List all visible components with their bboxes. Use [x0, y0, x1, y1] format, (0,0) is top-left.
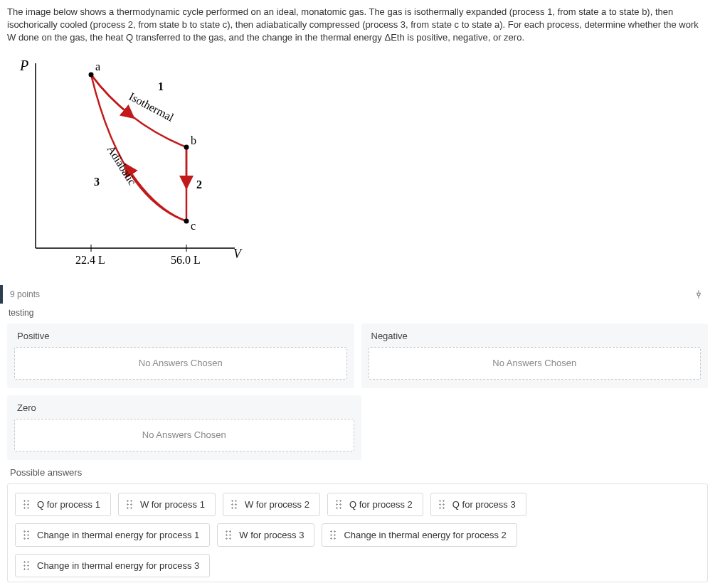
question-text: The image below shows a thermodynamic cy…	[7, 6, 708, 45]
chip-dE-process-2[interactable]: Change in thermal energy for process 2	[322, 523, 517, 547]
grip-icon	[329, 530, 337, 540]
chip-dE-process-1[interactable]: Change in thermal energy for process 1	[15, 523, 210, 547]
chip-q-process-2[interactable]: Q for process 2	[327, 493, 423, 516]
points-badge: 9 points	[0, 285, 47, 304]
chip-w-process-2[interactable]: W for process 2	[223, 493, 320, 516]
dropzone-zero[interactable]: No Answers Chosen	[14, 419, 354, 451]
svg-point-7	[184, 144, 189, 149]
svg-point-8	[184, 218, 189, 223]
x-tick-2: 56.0 L	[171, 254, 201, 266]
grip-icon	[438, 499, 445, 509]
placeholder-zero: No Answers Chosen	[142, 429, 226, 440]
point-a: a	[95, 60, 100, 73]
bucket-positive: Positive No Answers Chosen	[7, 324, 354, 388]
placeholder-positive: No Answers Chosen	[139, 358, 223, 368]
grip-icon	[23, 560, 30, 570]
bucket-title-positive: Positive	[14, 331, 347, 341]
x-tick-1: 22.4 L	[75, 254, 105, 266]
bucket-title-zero: Zero	[14, 402, 354, 413]
chip-q-process-1[interactable]: Q for process 1	[15, 493, 111, 516]
process-2-number: 2	[196, 178, 202, 191]
grip-icon	[335, 499, 342, 509]
chip-dE-process-3[interactable]: Change in thermal energy for process 3	[15, 554, 210, 577]
grip-icon	[23, 530, 30, 540]
grip-icon	[23, 499, 30, 509]
x-axis-label: V	[233, 247, 243, 261]
chip-w-process-1[interactable]: W for process 1	[118, 493, 216, 516]
y-axis-label: P	[19, 58, 28, 73]
point-c: c	[191, 220, 196, 232]
pin-icon[interactable]	[694, 289, 708, 299]
process-1-number: 1	[158, 80, 164, 92]
dropzone-negative[interactable]: No Answers Chosen	[369, 347, 701, 380]
chip-w-process-3[interactable]: W for process 3	[217, 523, 314, 547]
bucket-title-negative: Negative	[369, 331, 701, 341]
bucket-zero: Zero No Answers Chosen	[7, 395, 361, 460]
bucket-negative: Negative No Answers Chosen	[361, 324, 709, 388]
process-3-number: 3	[94, 176, 100, 188]
point-b: b	[191, 134, 196, 146]
svg-point-6	[89, 72, 94, 77]
chip-q-process-3[interactable]: Q for process 3	[430, 493, 526, 516]
grip-icon	[225, 530, 232, 540]
possible-answers-label: Possible answers	[10, 467, 708, 478]
placeholder-negative: No Answers Chosen	[492, 358, 576, 368]
dropzone-positive[interactable]: No Answers Chosen	[14, 347, 347, 380]
question-subheading: testing	[9, 308, 708, 318]
grip-icon	[231, 499, 238, 509]
pv-diagram: P V 22.4 L 56.0 L a b c Isothermal 1 2 A…	[7, 49, 708, 277]
grip-icon	[126, 499, 133, 509]
adiabatic-label: Adiabatic	[105, 143, 138, 187]
possible-answers-container: Q for process 1 W for process 1 W for pr…	[7, 483, 708, 582]
